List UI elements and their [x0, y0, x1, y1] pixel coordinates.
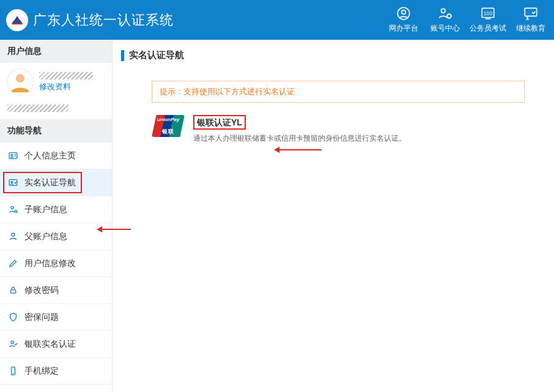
menu-item-unionpay-auth[interactable]: 银联实名认证 — [0, 331, 112, 358]
menu-label: 密保问题 — [24, 312, 59, 323]
nav-item-education[interactable]: 继续教育 — [514, 6, 548, 34]
user-block: 修改资料 — [0, 63, 112, 101]
nav-item-wangban[interactable]: 网办平台 — [386, 6, 421, 34]
unionpay-logo-text-cn: 银联 — [152, 128, 185, 136]
auth-option-unionpay[interactable]: UnionPay 银联 银联认证YL 通过本人办理银联储蓄卡或信用卡预留的身份信… — [152, 115, 542, 144]
user-search-icon — [7, 204, 18, 215]
teaching-board-icon — [522, 6, 539, 21]
edit-profile-link[interactable]: 修改资料 — [39, 81, 93, 92]
content-title: 实名认证导航 — [129, 50, 184, 61]
menu-label: 实名认证导航 — [24, 177, 76, 188]
avatar-icon — [7, 69, 33, 95]
nav-label: 公务员考试 — [470, 23, 506, 34]
menu-list: 个人信息主页 实名认证导航 子账户信息 父账户信息 — [0, 142, 112, 385]
exam-score-icon: 100 — [479, 6, 497, 21]
shield-icon — [7, 312, 18, 322]
svg-point-14 — [10, 207, 13, 209]
auth-option-title: 银联认证YL — [193, 115, 246, 130]
menu-item-parent-account[interactable]: 父账户信息 — [0, 223, 112, 250]
sidebar: 用户信息 修改资料 功能导航 个人信息主页 — [0, 40, 113, 392]
phone-icon — [7, 366, 18, 376]
auth-info: 银联认证YL 通过本人办理银联储蓄卡或信用卡预留的身份信息进行实名认证。 — [193, 115, 406, 144]
menu-item-edit-user-info[interactable]: 用户信息修改 — [0, 250, 112, 277]
account-gear-icon — [437, 6, 454, 21]
tip-box: 提示：支持使用以下方式进行实名认证 — [152, 81, 525, 103]
app-logo-icon — [6, 9, 28, 31]
globe-user-icon — [395, 6, 412, 21]
content-area: 实名认证导航 提示：支持使用以下方式进行实名认证 UnionPay 银联 银联认… — [113, 40, 554, 392]
svg-point-1 — [402, 10, 406, 14]
header-left: 广东人社统一认证系统 — [6, 9, 174, 31]
menu-item-sub-account[interactable]: 子账户信息 — [0, 196, 112, 223]
pencil-icon — [7, 258, 18, 268]
menu-item-profile-home[interactable]: 个人信息主页 — [0, 142, 112, 169]
svg-text:100: 100 — [484, 10, 493, 17]
menu-label: 父账户信息 — [24, 231, 67, 242]
unionpay-logo-text-en: UnionPay — [152, 117, 185, 122]
svg-point-7 — [526, 17, 528, 18]
menu-label: 子账户信息 — [24, 204, 67, 215]
svg-point-18 — [10, 341, 13, 344]
section-heading: 实名认证导航 — [121, 50, 542, 66]
nav-item-account[interactable]: 账号中心 — [428, 6, 462, 34]
verified-id-icon — [7, 177, 18, 188]
menu-item-phone-bind[interactable]: 手机绑定 — [0, 358, 112, 385]
header-nav: 网办平台 账号中心 100 公务员考试 继续教育 — [386, 6, 548, 34]
nav-item-exam[interactable]: 100 公务员考试 — [470, 6, 506, 34]
func-section-title: 功能导航 — [0, 119, 112, 142]
svg-point-15 — [14, 210, 17, 213]
masked-name — [39, 72, 93, 80]
unionpay-logo-icon: UnionPay 银联 — [152, 115, 185, 137]
user-check-icon — [7, 339, 18, 349]
app-header: 广东人社统一认证系统 网办平台 账号中心 100 — [0, 0, 554, 40]
menu-label: 修改密码 — [24, 285, 59, 296]
svg-point-20 — [12, 373, 13, 374]
svg-point-13 — [10, 181, 12, 183]
nav-label: 继续教育 — [516, 23, 545, 34]
auth-option-desc: 通过本人办理银联储蓄卡或信用卡预留的身份信息进行实名认证。 — [193, 133, 406, 144]
user-icon — [7, 231, 18, 242]
menu-item-security-question[interactable]: 密保问题 — [0, 304, 112, 331]
user-right: 修改资料 — [39, 72, 93, 92]
svg-point-16 — [12, 233, 15, 236]
svg-point-3 — [447, 14, 451, 18]
svg-point-11 — [10, 154, 12, 156]
menu-item-realname-auth-nav[interactable]: 实名认证导航 — [0, 169, 112, 196]
main-layout: 用户信息 修改资料 功能导航 个人信息主页 — [0, 40, 554, 392]
heading-accent-bar — [121, 50, 124, 61]
app-title: 广东人社统一认证系统 — [33, 11, 174, 29]
nav-label: 账号中心 — [430, 23, 460, 34]
menu-item-change-password[interactable]: 修改密码 — [0, 277, 112, 304]
nav-label: 网办平台 — [389, 23, 418, 34]
menu-label: 银联实名认证 — [24, 339, 76, 350]
menu-label: 个人信息主页 — [24, 150, 76, 161]
svg-point-2 — [441, 9, 446, 13]
menu-label: 手机绑定 — [24, 366, 59, 377]
user-section-title: 用户信息 — [0, 40, 112, 63]
id-card-icon — [7, 150, 18, 161]
svg-point-9 — [16, 74, 24, 83]
lock-icon — [7, 285, 18, 295]
menu-label: 用户信息修改 — [24, 258, 76, 269]
svg-rect-17 — [10, 290, 16, 294]
masked-secondary — [7, 105, 68, 112]
